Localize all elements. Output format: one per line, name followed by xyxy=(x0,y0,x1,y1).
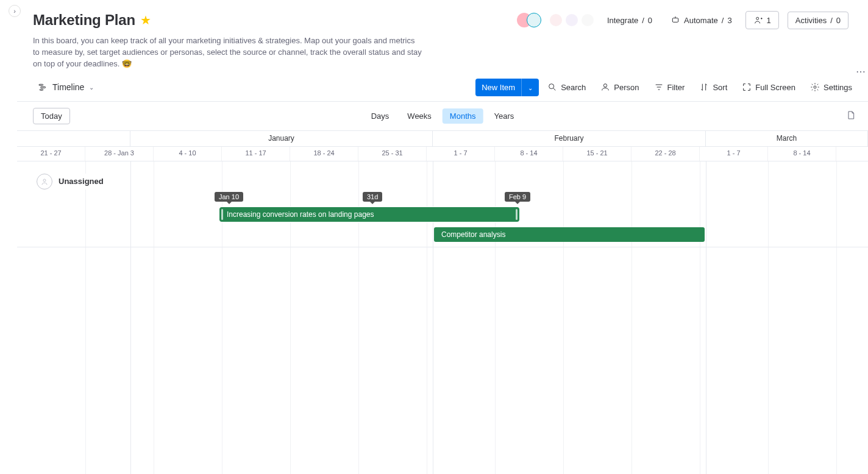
week-header: 25 - 31 xyxy=(358,147,427,161)
new-item-button[interactable]: New Item xyxy=(475,79,521,96)
sort-button[interactable]: Sort xyxy=(693,79,733,96)
week-header: 28 - Jan 3 xyxy=(85,147,154,161)
activities-label: Activities xyxy=(795,16,827,25)
gear-icon xyxy=(810,82,820,92)
search-button[interactable]: Search xyxy=(541,79,592,96)
invite-button[interactable]: 1 xyxy=(745,11,779,29)
chevron-down-icon: ⌄ xyxy=(89,84,94,91)
month-header: January xyxy=(130,131,433,146)
integrate-count: 0 xyxy=(648,16,652,25)
unassigned-avatar xyxy=(37,174,52,189)
task-label: Increasing conversion rates on landing p… xyxy=(227,210,374,219)
view-switcher[interactable]: Timeline ⌄ xyxy=(33,80,99,94)
week-header: 11 - 17 xyxy=(222,147,290,161)
favorite-star-icon[interactable]: ★ xyxy=(140,13,151,27)
view-label: Timeline xyxy=(52,82,84,92)
integrate-label: Integrate xyxy=(607,16,638,25)
board-description: In this board, you can keep track of all… xyxy=(33,35,423,70)
week-header: 1 - 7 xyxy=(427,147,495,161)
page-title: Marketing Plan xyxy=(33,12,135,29)
new-item-dropdown[interactable]: ⌄ xyxy=(521,79,539,96)
week-header: 15 - 21 xyxy=(563,147,631,161)
activities-button[interactable]: Activities / 0 xyxy=(788,12,848,29)
today-button[interactable]: Today xyxy=(33,108,70,124)
svg-point-2 xyxy=(756,17,758,19)
resize-handle-right[interactable] xyxy=(516,209,518,220)
resize-handle-left[interactable] xyxy=(221,209,223,220)
svg-rect-6 xyxy=(41,87,46,88)
month-header: March xyxy=(706,131,868,146)
start-date-tooltip: Jan 10 xyxy=(215,192,243,202)
week-header: 1 - 7 xyxy=(700,147,768,161)
svg-rect-7 xyxy=(40,89,43,90)
person-button[interactable]: Person xyxy=(594,79,645,96)
scale-years[interactable]: Years xyxy=(486,108,521,124)
svg-point-8 xyxy=(549,84,554,89)
robot-icon xyxy=(671,15,680,25)
chevron-right-icon: › xyxy=(13,7,16,15)
svg-rect-5 xyxy=(39,84,43,85)
timeline-area[interactable]: JanuaryFebruaryMarch 21 - 2728 - Jan 34 … xyxy=(17,131,868,474)
chevron-down-icon: ⌄ xyxy=(528,85,533,91)
sidebar-expand-button[interactable]: › xyxy=(9,5,21,17)
week-header: 22 - 28 xyxy=(631,147,700,161)
task-bar[interactable]: Competitor analysis xyxy=(434,227,705,242)
filter-icon xyxy=(654,82,664,92)
sort-icon xyxy=(699,82,709,92)
integration-icons xyxy=(550,14,594,26)
export-button[interactable] xyxy=(846,110,856,122)
person-outline-icon xyxy=(40,177,49,186)
scale-months[interactable]: Months xyxy=(443,108,483,124)
scale-days[interactable]: Days xyxy=(364,108,397,124)
duration-tooltip: 31d xyxy=(363,192,382,202)
svg-point-15 xyxy=(43,179,46,182)
file-icon xyxy=(846,110,856,120)
week-header: 21 - 27 xyxy=(17,147,85,161)
person-icon xyxy=(600,82,610,92)
automate-count: 3 xyxy=(727,16,731,25)
month-header: February xyxy=(433,131,706,146)
settings-button[interactable]: Settings xyxy=(804,79,858,96)
more-options-button[interactable]: ⋯ xyxy=(856,66,866,77)
task-bar[interactable]: Increasing conversion rates on landing p… xyxy=(219,207,519,222)
week-header: 8 - 14 xyxy=(495,147,563,161)
automate-button[interactable]: Automate / 3 xyxy=(666,12,737,29)
filter-button[interactable]: Filter xyxy=(648,79,691,96)
week-header: 18 - 24 xyxy=(290,147,358,161)
week-header: 8 - 14 xyxy=(768,147,836,161)
member-avatar-more[interactable] xyxy=(527,13,541,27)
search-icon xyxy=(547,82,557,92)
end-date-tooltip: Feb 9 xyxy=(505,192,530,202)
fullscreen-button[interactable]: Full Screen xyxy=(736,79,802,96)
activities-count: 0 xyxy=(836,16,841,25)
svg-line-9 xyxy=(553,88,555,90)
fullscreen-icon xyxy=(742,82,752,92)
automate-label: Automate xyxy=(684,16,718,25)
week-header: 4 - 10 xyxy=(154,147,222,161)
timeline-icon xyxy=(38,82,48,92)
invite-count: 1 xyxy=(767,16,771,25)
scale-weeks[interactable]: Weeks xyxy=(400,108,439,124)
task-label: Competitor analysis xyxy=(441,230,505,239)
svg-point-10 xyxy=(604,84,607,87)
month-header xyxy=(17,131,130,146)
person-add-icon xyxy=(753,15,763,25)
integrate-button[interactable]: Integrate / 0 xyxy=(602,12,657,29)
svg-rect-0 xyxy=(672,18,678,23)
svg-point-14 xyxy=(814,86,816,88)
group-label: Unassigned xyxy=(59,177,104,186)
